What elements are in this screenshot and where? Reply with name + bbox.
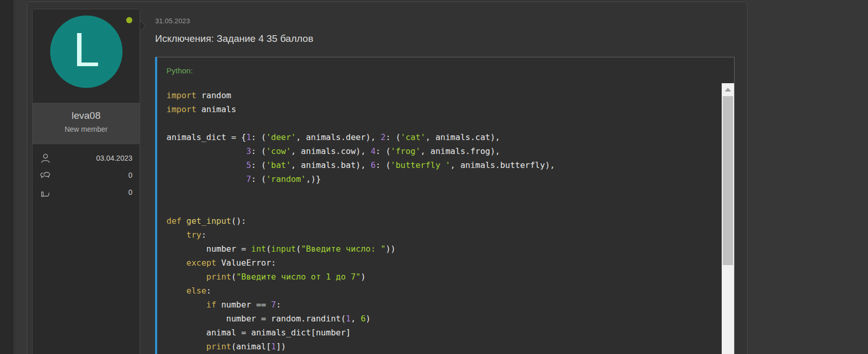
user-column: L leva08 New member 03.04.2023 bbox=[32, 9, 140, 354]
code-line: else: bbox=[166, 284, 713, 298]
code-line: 3: ('cow', animals.cow), 4: ('frog', ani… bbox=[166, 144, 713, 158]
code-block: Python: import randomimport animals anim… bbox=[155, 57, 735, 354]
code-line: print(animal[1]) bbox=[166, 340, 713, 353]
code-content: import randomimport animals animals_dict… bbox=[157, 76, 734, 354]
user-stats: 03.04.2023 0 bbox=[33, 144, 140, 354]
name-bar: leva08 New member bbox=[33, 103, 140, 144]
avatar-letter: L bbox=[73, 26, 99, 73]
code-line: try: bbox=[166, 228, 713, 242]
code-line: except ValueError: bbox=[166, 256, 713, 270]
code-line: print("Введите число от 1 до 7") bbox=[166, 270, 713, 284]
post-content: 31.05.2023 Исключения: Задание 4 35 балл… bbox=[144, 2, 747, 354]
scroll-up-button[interactable] bbox=[722, 83, 734, 96]
code-line: animals_dict = {1: ('deer', animals.deer… bbox=[166, 130, 713, 144]
screen: L leva08 New member 03.04.2023 bbox=[0, 0, 868, 354]
code-line: import animals bbox=[166, 102, 713, 116]
code-line: 5: ('bat', animals.bat), 6: ('butterfly … bbox=[166, 158, 713, 172]
code-line: if number == 7: bbox=[166, 298, 713, 312]
scrollbar-thumb[interactable] bbox=[723, 96, 733, 265]
code-line: def get_input(): bbox=[166, 214, 713, 228]
messages-count-value: 0 bbox=[128, 171, 132, 179]
code-language-label: Python: bbox=[157, 57, 734, 76]
code-line bbox=[166, 200, 713, 214]
code-line: animal = animals_dict[number] bbox=[166, 326, 713, 340]
code-line: number = int(input("Введите число: ")) bbox=[166, 242, 713, 256]
avatar-card: L bbox=[33, 9, 140, 103]
code-line bbox=[166, 116, 713, 130]
user-role: New member bbox=[33, 125, 140, 133]
post-title: Исключения: Задание 4 35 баллов bbox=[155, 33, 735, 45]
likes-count-value: 0 bbox=[128, 188, 132, 196]
joined-date-value: 03.04.2023 bbox=[96, 154, 132, 162]
online-indicator bbox=[126, 17, 132, 23]
stat-row-messages: 0 bbox=[40, 166, 132, 183]
post-card: L leva08 New member 03.04.2023 bbox=[27, 2, 748, 354]
user-icon bbox=[40, 152, 51, 164]
username[interactable]: leva08 bbox=[33, 110, 140, 121]
code-line: import random bbox=[166, 88, 713, 102]
avatar[interactable]: L bbox=[50, 16, 123, 88]
code-line: 7: ('random',)} bbox=[166, 172, 713, 186]
code-line bbox=[166, 186, 713, 200]
code-line: number = random.randint(1, 6) bbox=[166, 312, 713, 326]
post-date[interactable]: 31.05.2023 bbox=[155, 17, 735, 25]
stat-row-joined: 03.04.2023 bbox=[40, 149, 132, 166]
left-strip bbox=[0, 0, 14, 354]
scroll-up-arrow-icon bbox=[725, 88, 731, 91]
chat-icon bbox=[40, 170, 51, 181]
scrollbar-track[interactable] bbox=[722, 83, 734, 354]
stat-row-likes: 0 bbox=[40, 183, 132, 201]
thumbs-up-icon bbox=[40, 187, 51, 198]
